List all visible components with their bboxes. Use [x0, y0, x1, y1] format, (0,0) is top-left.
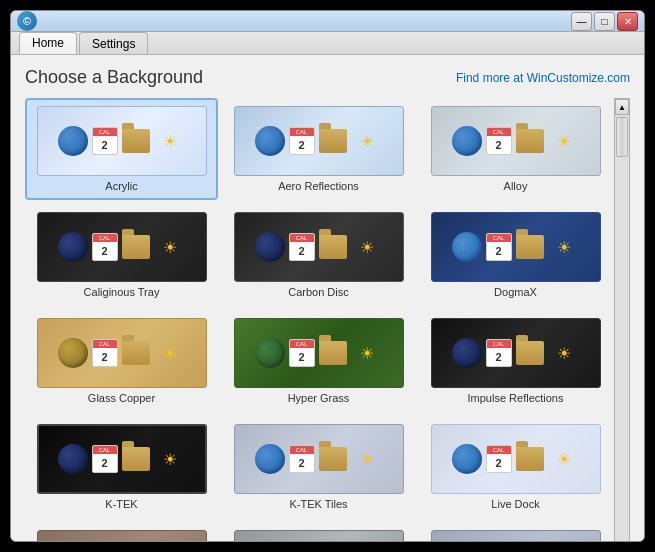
preview-rusty: CAL2☀ [37, 530, 207, 542]
content-header: Choose a Background Find more at WinCust… [25, 67, 630, 88]
scroll-thumb[interactable] [616, 117, 628, 157]
folder-icon [516, 341, 544, 365]
app-icon: © [17, 11, 37, 31]
weather-icon: ☀ [154, 445, 186, 473]
tab-home[interactable]: Home [19, 32, 77, 54]
preview-caliginous: CAL2☀ [37, 212, 207, 282]
scroll-track [615, 115, 629, 542]
sphere-icon [255, 444, 285, 474]
background-item-ktek-tiles[interactable]: CAL2☀K-TEK Tiles [222, 416, 415, 518]
folder-icon [319, 447, 347, 471]
tab-settings[interactable]: Settings [79, 32, 148, 54]
folder-icon [319, 129, 347, 153]
background-label-ktek-tiles: K-TEK Tiles [289, 498, 347, 510]
background-label-caliginous: Caliginous Tray [84, 286, 160, 298]
background-item-live[interactable]: CAL2☀Live Dock [419, 416, 612, 518]
background-item-aero[interactable]: CAL2☀Aero Reflections [222, 98, 415, 200]
background-item-hyper[interactable]: CAL2☀Hyper Grass [222, 310, 415, 412]
background-label-ktek: K-TEK [105, 498, 137, 510]
sphere-icon [452, 444, 482, 474]
background-label-dogmax: DogmaX [494, 286, 537, 298]
background-item-caliginous[interactable]: CAL2☀Caliginous Tray [25, 204, 218, 306]
background-item-rusty[interactable]: CAL2☀Rusty Square [25, 522, 218, 542]
calendar-icon: CAL2 [289, 339, 315, 367]
scroll-up-button[interactable]: ▲ [615, 99, 629, 115]
scrollbar[interactable]: ▲ ▼ [614, 98, 630, 542]
weather-icon: ☀ [154, 339, 186, 367]
folder-icon [516, 235, 544, 259]
folder-icon [319, 235, 347, 259]
main-window: © — □ ✕ Home Settings Choose a Backgroun… [10, 10, 645, 542]
background-item-silver[interactable]: CAL2☀Silver Fox [222, 522, 415, 542]
calendar-icon: CAL2 [92, 127, 118, 155]
sphere-icon [58, 338, 88, 368]
preview-impulse: CAL2☀ [431, 318, 601, 388]
background-item-carbon[interactable]: CAL2☀Carbon Disc [222, 204, 415, 306]
weather-icon: ☀ [548, 339, 580, 367]
close-button[interactable]: ✕ [617, 12, 638, 31]
preview-carbon: CAL2☀ [234, 212, 404, 282]
preview-acrylic: CAL2☀ [37, 106, 207, 176]
calendar-icon: CAL2 [92, 233, 118, 261]
title-bar: © — □ ✕ [11, 11, 644, 32]
calendar-icon: CAL2 [92, 339, 118, 367]
sphere-icon [58, 232, 88, 262]
calendar-icon: CAL2 [92, 445, 118, 473]
background-label-acrylic: Acrylic [105, 180, 137, 192]
minimize-button[interactable]: — [571, 12, 592, 31]
preview-aero: CAL2☀ [234, 106, 404, 176]
sphere-icon [452, 232, 482, 262]
sphere-icon [58, 444, 88, 474]
preview-ktek: CAL2☀ [37, 424, 207, 494]
calendar-icon: CAL2 [289, 233, 315, 261]
background-item-impulse[interactable]: CAL2☀Impulse Reflections [419, 310, 612, 412]
weather-icon: ☀ [548, 233, 580, 261]
preview-silver: CAL2☀ [234, 530, 404, 542]
grid-container: CAL2☀AcrylicCAL2☀Aero ReflectionsCAL2☀Al… [25, 98, 630, 542]
folder-icon [122, 341, 150, 365]
calendar-icon: CAL2 [486, 233, 512, 261]
sphere-icon [452, 126, 482, 156]
weather-icon: ☀ [351, 445, 383, 473]
sphere-icon [58, 126, 88, 156]
background-item-alloy[interactable]: CAL2☀Alloy [419, 98, 612, 200]
preview-dogmax: CAL2☀ [431, 212, 601, 282]
background-label-glass: Glass Copper [88, 392, 155, 404]
folder-icon [122, 447, 150, 471]
calendar-icon: CAL2 [289, 445, 315, 473]
preview-live: CAL2☀ [431, 424, 601, 494]
calendar-icon: CAL2 [486, 127, 512, 155]
folder-icon [516, 129, 544, 153]
background-label-live: Live Dock [491, 498, 539, 510]
background-label-hyper: Hyper Grass [288, 392, 350, 404]
weather-icon: ☀ [154, 233, 186, 261]
folder-icon [319, 341, 347, 365]
backgrounds-grid: CAL2☀AcrylicCAL2☀Aero ReflectionsCAL2☀Al… [25, 98, 612, 542]
background-item-glass[interactable]: CAL2☀Glass Copper [25, 310, 218, 412]
background-label-impulse: Impulse Reflections [468, 392, 564, 404]
preview-hyper: CAL2☀ [234, 318, 404, 388]
background-item-dogmax[interactable]: CAL2☀DogmaX [419, 204, 612, 306]
wincustomize-link[interactable]: Find more at WinCustomize.com [456, 71, 630, 85]
sphere-icon [255, 232, 285, 262]
background-label-carbon: Carbon Disc [288, 286, 349, 298]
weather-icon: ☀ [154, 127, 186, 155]
preview-ktek-tiles: CAL2☀ [234, 424, 404, 494]
calendar-icon: CAL2 [289, 127, 315, 155]
folder-icon [122, 235, 150, 259]
background-item-ktek[interactable]: CAL2☀K-TEK [25, 416, 218, 518]
maximize-button[interactable]: □ [594, 12, 615, 31]
calendar-icon: CAL2 [486, 445, 512, 473]
title-bar-left: © [17, 11, 37, 31]
page-title: Choose a Background [25, 67, 203, 88]
preview-alloy: CAL2☀ [431, 106, 601, 176]
preview-glass: CAL2☀ [37, 318, 207, 388]
preview-speedy: CAL2☀ [431, 530, 601, 542]
background-label-alloy: Alloy [504, 180, 528, 192]
weather-icon: ☀ [351, 339, 383, 367]
background-item-speedy[interactable]: CAL2☀Speedy [419, 522, 612, 542]
title-bar-controls: — □ ✕ [571, 12, 638, 31]
folder-icon [516, 447, 544, 471]
calendar-icon: CAL2 [486, 339, 512, 367]
background-item-acrylic[interactable]: CAL2☀Acrylic [25, 98, 218, 200]
